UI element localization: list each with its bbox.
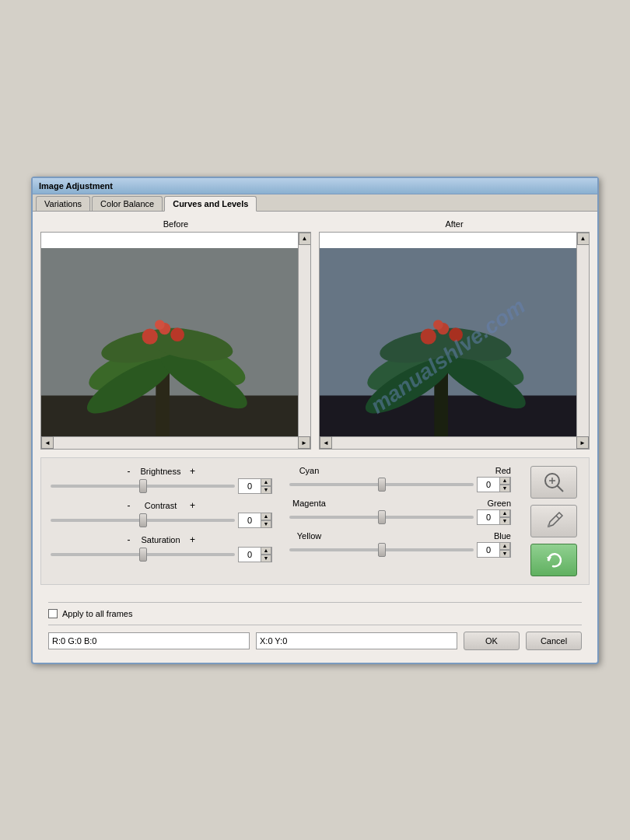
contrast-spinner[interactable]: 0 ▲ ▼: [238, 513, 272, 528]
brightness-spinner-btns: ▲ ▼: [261, 478, 271, 494]
rgb-status-field[interactable]: [48, 632, 250, 649]
zoom-in-button[interactable]: [530, 466, 577, 499]
controls-row: - Brightness + 0 ▲: [49, 466, 581, 576]
brightness-thumb[interactable]: [139, 479, 147, 493]
apply-all-frames-label: Apply to all frames: [62, 609, 132, 618]
brightness-input[interactable]: 0: [239, 479, 261, 493]
contrast-spin-up[interactable]: ▲: [261, 513, 271, 520]
contrast-track[interactable]: [51, 519, 235, 522]
magenta-green-group: Magenta Green 0 ▲ ▼: [288, 499, 511, 525]
contrast-header: - Contrast +: [49, 500, 272, 511]
svg-point-26: [421, 328, 436, 344]
contrast-spin-down[interactable]: ▼: [261, 520, 271, 528]
blue-spin-down[interactable]: ▼: [499, 550, 510, 558]
yellow-blue-track[interactable]: [289, 548, 474, 551]
zoom-in-icon: [541, 470, 566, 495]
cyan-red-group: Cyan Red 0 ▲ ▼: [288, 466, 511, 492]
cyan-red-thumb[interactable]: [378, 478, 386, 492]
svg-point-13: [170, 327, 184, 341]
saturation-spin-down[interactable]: ▼: [261, 555, 271, 562]
tab-curves-levels[interactable]: Curves and Levels: [164, 196, 257, 212]
before-scroll-left[interactable]: ◄: [41, 436, 54, 449]
blue-input[interactable]: 0: [478, 543, 499, 557]
after-scrollbar-v[interactable]: ▲ ▼: [576, 233, 589, 449]
brightness-spin-up[interactable]: ▲: [261, 478, 271, 486]
after-scroll-up[interactable]: ▲: [577, 233, 590, 245]
contrast-plus: +: [188, 500, 198, 511]
blue-spinner-btns: ▲ ▼: [499, 542, 510, 558]
brightness-track[interactable]: [51, 485, 235, 488]
yellow-blue-thumb[interactable]: [378, 543, 386, 557]
svg-point-28: [449, 327, 463, 341]
before-scroll-track-v: [299, 245, 310, 436]
saturation-input-row: 0 ▲ ▼: [49, 547, 272, 562]
contrast-input[interactable]: 0: [239, 513, 261, 527]
red-input[interactable]: 0: [478, 478, 499, 492]
red-spinner-btns: ▲ ▼: [499, 477, 510, 492]
main-content: Before ▲ ▼: [33, 212, 597, 663]
before-scroll-right[interactable]: ►: [298, 436, 310, 449]
brightness-minus: -: [124, 466, 134, 477]
brightness-group: - Brightness + 0 ▲: [49, 466, 272, 494]
reset-button[interactable]: [530, 544, 577, 576]
saturation-group: - Saturation + 0 ▲: [49, 534, 272, 562]
saturation-thumb[interactable]: [139, 548, 147, 562]
after-panel: After ▲ ▼: [319, 219, 590, 450]
cyan-label: Cyan: [288, 466, 331, 475]
before-scroll-up[interactable]: ▲: [299, 233, 311, 245]
image-adjustment-dialog: Image Adjustment Variations Color Balanc…: [31, 177, 599, 664]
red-spin-up[interactable]: ▲: [499, 477, 510, 485]
magenta-green-input-row: 0 ▲ ▼: [288, 509, 511, 525]
contrast-thumb[interactable]: [139, 513, 147, 527]
xy-status-field[interactable]: [256, 632, 457, 649]
divider: [48, 602, 582, 603]
brightness-spin-down[interactable]: ▼: [261, 486, 271, 494]
saturation-input[interactable]: 0: [239, 548, 261, 562]
after-image-svg: [320, 248, 576, 449]
cancel-button[interactable]: Cancel: [526, 632, 582, 650]
apply-all-frames-checkbox[interactable]: [48, 609, 58, 618]
eyedropper-icon: [542, 509, 565, 533]
brightness-spinner[interactable]: 0 ▲ ▼: [238, 478, 272, 494]
green-spinner-btns: ▲ ▼: [499, 509, 510, 525]
before-image-svg: [41, 248, 298, 449]
cyan-red-track[interactable]: [289, 483, 474, 486]
green-spin-up[interactable]: ▲: [499, 509, 510, 517]
tab-variations[interactable]: Variations: [36, 196, 90, 211]
saturation-spin-up[interactable]: ▲: [261, 547, 271, 555]
svg-point-35: [548, 524, 551, 527]
red-spin-down[interactable]: ▼: [499, 485, 510, 492]
after-scrollbar-h[interactable]: ◄ ►: [320, 436, 589, 449]
saturation-spinner[interactable]: 0 ▲ ▼: [238, 547, 272, 562]
before-scrollbar-h[interactable]: ◄ ►: [41, 436, 310, 449]
before-label: Before: [163, 219, 188, 229]
magenta-label: Magenta: [288, 499, 331, 508]
contrast-label: Contrast: [134, 501, 188, 510]
blue-label: Blue: [468, 531, 511, 541]
yellow-blue-group: Yellow Blue 0 ▲ ▼: [288, 531, 511, 558]
svg-point-29: [433, 320, 443, 330]
eyedropper-button[interactable]: [530, 505, 577, 537]
before-scrollbar-v[interactable]: ▲ ▼: [298, 233, 310, 449]
magenta-green-thumb[interactable]: [378, 510, 386, 524]
controls-section: - Brightness + 0 ▲: [40, 457, 590, 585]
red-spinner[interactable]: 0 ▲ ▼: [477, 477, 511, 492]
green-spin-down[interactable]: ▼: [499, 517, 510, 525]
ok-button[interactable]: OK: [464, 632, 520, 650]
tab-color-balance[interactable]: Color Balance: [92, 196, 163, 211]
green-spinner[interactable]: 0 ▲ ▼: [477, 509, 511, 525]
blue-spin-up[interactable]: ▲: [499, 542, 510, 550]
after-scroll-right[interactable]: ►: [576, 436, 589, 449]
magenta-green-track[interactable]: [289, 516, 474, 519]
after-scroll-left[interactable]: ◄: [320, 436, 332, 449]
saturation-track[interactable]: [51, 553, 235, 556]
blue-spinner[interactable]: 0 ▲ ▼: [477, 542, 511, 558]
after-scroll-track-v: [577, 245, 589, 436]
saturation-header: - Saturation +: [49, 534, 272, 545]
tab-bar: Variations Color Balance Curves and Leve…: [33, 194, 597, 212]
brightness-input-row: 0 ▲ ▼: [49, 478, 272, 494]
green-label: Green: [468, 499, 511, 508]
after-image: manualshlve.com: [320, 248, 576, 449]
svg-line-31: [557, 485, 563, 492]
green-input[interactable]: 0: [478, 510, 499, 524]
